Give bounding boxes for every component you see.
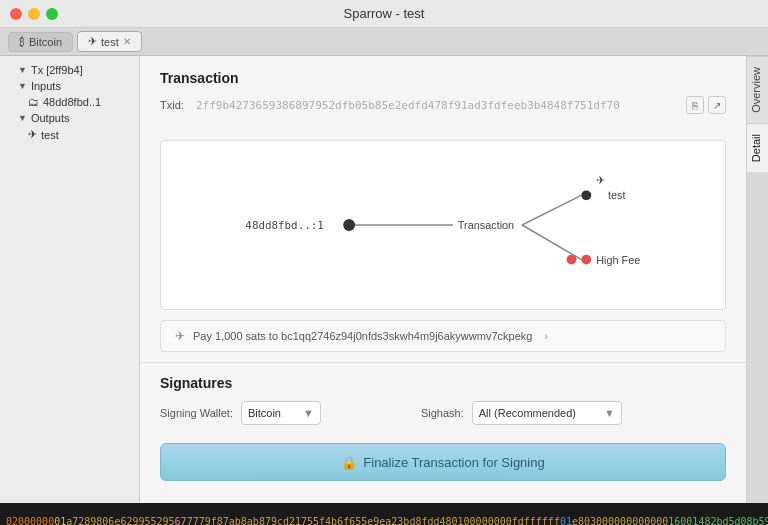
signing-wallet-value: Bitcoin	[248, 407, 281, 419]
diagram-svg: 48dd8fbd..:1 Transaction ✈ test	[161, 141, 725, 309]
signing-wallet-field: Signing Wallet: Bitcoin ▼	[160, 401, 321, 425]
sighash-dropdown-icon: ▼	[604, 407, 615, 419]
sighash-label: Sighash:	[421, 407, 464, 419]
window-title: Sparrow - test	[344, 6, 425, 21]
svg-line-4	[522, 225, 581, 260]
window-controls	[10, 8, 58, 20]
transaction-diagram: 48dd8fbd..:1 Transaction ✈ test	[160, 140, 726, 310]
hex-rest2: e803000000000000	[572, 515, 668, 525]
sidebar-output-item[interactable]: ✈ test	[0, 126, 139, 143]
tab-test[interactable]: ✈ test ✕	[77, 31, 142, 52]
sidebar-input-item[interactable]: 🗂 48dd8fbd..1	[0, 94, 139, 110]
title-bar: Sparrow - test	[0, 0, 768, 28]
hex-green: 16001482bd5d08b593e696c238	[668, 515, 768, 525]
sidebar-outputs-label: Outputs	[31, 112, 70, 124]
sighash-value: All (Recommended)	[479, 407, 576, 419]
svg-text:test: test	[608, 189, 626, 201]
detail-label: Detail	[750, 134, 762, 162]
maximize-button[interactable]	[46, 8, 58, 20]
finalize-label: Finalize Transaction for Signing	[363, 455, 544, 470]
lock-icon: 🔒	[341, 455, 357, 470]
arrow-icon: ▼	[18, 65, 27, 75]
tab-detail[interactable]: Detail	[747, 123, 768, 172]
copy-txid-button[interactable]: ⎘	[686, 96, 704, 114]
sidebar-output-value: test	[41, 129, 59, 141]
sighash-field: Sighash: All (Recommended) ▼	[421, 401, 622, 425]
txid-value: 2ff9b4273659386897952dfb05b85e2edfd478f9…	[196, 99, 678, 112]
txid-label: Txid:	[160, 99, 188, 111]
main-layout: ▼ Tx [2ff9b4] ▼ Inputs 🗂 48dd8fbd..1 ▼ O…	[0, 56, 768, 503]
tab-close-icon[interactable]: ✕	[123, 36, 131, 47]
bitcoin-icon: ₿	[19, 36, 25, 48]
sidebar-outputs[interactable]: ▼ Outputs	[0, 110, 139, 126]
sidebar-input-value: 48dd8fbd..1	[43, 96, 101, 108]
output-icon: ✈	[28, 128, 37, 141]
svg-point-5	[581, 190, 591, 200]
sidebar-inputs[interactable]: ▼ Inputs	[0, 78, 139, 94]
signatures-title: Signatures	[160, 375, 726, 391]
dropdown-arrow-icon: ▼	[303, 407, 314, 419]
tab-bar: ₿ Bitcoin ✈ test ✕	[0, 28, 768, 56]
arrow-icon-inputs: ▼	[18, 81, 27, 91]
txid-row: Txid: 2ff9b4273659386897952dfb05b85e2edf…	[160, 96, 726, 114]
sidebar-inputs-label: Inputs	[31, 80, 61, 92]
close-button[interactable]	[10, 8, 22, 20]
input-node-label: 48dd8fbd..:1	[245, 219, 323, 232]
txid-icons: ⎘ ↗	[686, 96, 726, 114]
arrow-icon-outputs: ▼	[18, 113, 27, 123]
hex-rest1: a7289806e629955295677779f87ab8ab879cd217…	[66, 515, 560, 525]
payment-plane-icon: ✈	[175, 329, 185, 343]
svg-text:✈: ✈	[596, 174, 605, 186]
payment-link[interactable]: ›	[544, 330, 548, 342]
tab-overview[interactable]: Overview	[747, 56, 768, 123]
hex-orange: 02000000	[6, 515, 54, 525]
tab-bitcoin[interactable]: ₿ Bitcoin	[8, 32, 73, 52]
signatures-section: Signatures Signing Wallet: Bitcoin ▼ Sig…	[140, 362, 746, 433]
svg-point-0	[343, 219, 355, 231]
svg-text:Transaction: Transaction	[458, 219, 514, 231]
content-area: Transaction Txid: 2ff9b4273659386897952d…	[140, 56, 746, 503]
finalize-button[interactable]: 🔒 Finalize Transaction for Signing	[160, 443, 726, 481]
overview-label: Overview	[750, 67, 762, 113]
plane-icon: ✈	[88, 35, 97, 48]
sighash-select[interactable]: All (Recommended) ▼	[472, 401, 622, 425]
open-txid-button[interactable]: ↗	[708, 96, 726, 114]
signing-wallet-select[interactable]: Bitcoin ▼	[241, 401, 321, 425]
signatures-row: Signing Wallet: Bitcoin ▼ Sighash: All (…	[160, 401, 726, 425]
hex-yellow: 01	[54, 515, 66, 525]
sidebar-tx[interactable]: ▼ Tx [2ff9b4]	[0, 62, 139, 78]
right-panel: Overview Detail	[746, 56, 768, 503]
payment-text: Pay 1,000 sats to bc1qq2746z94j0nfds3skw…	[193, 330, 532, 342]
sidebar: ▼ Tx [2ff9b4] ▼ Inputs 🗂 48dd8fbd..1 ▼ O…	[0, 56, 140, 503]
transaction-section: Transaction Txid: 2ff9b4273659386897952d…	[140, 56, 746, 130]
signing-wallet-label: Signing Wallet:	[160, 407, 233, 419]
svg-point-8	[581, 255, 591, 265]
minimize-button[interactable]	[28, 8, 40, 20]
tab-test-label: test	[101, 36, 119, 48]
payment-bar: ✈ Pay 1,000 sats to bc1qq2746z94j0nfds3s…	[160, 320, 726, 352]
hex-blue: 01	[560, 515, 572, 525]
svg-line-3	[522, 195, 581, 225]
svg-point-9	[567, 255, 577, 265]
tab-bitcoin-label: Bitcoin	[29, 36, 62, 48]
sidebar-tx-label: Tx [2ff9b4]	[31, 64, 83, 76]
transaction-title: Transaction	[160, 70, 726, 86]
hex-data-bar: 0200000001a7289806e629955295677779f87ab8…	[0, 503, 768, 525]
input-icon: 🗂	[28, 96, 39, 108]
svg-text:High Fee: High Fee	[596, 254, 640, 266]
